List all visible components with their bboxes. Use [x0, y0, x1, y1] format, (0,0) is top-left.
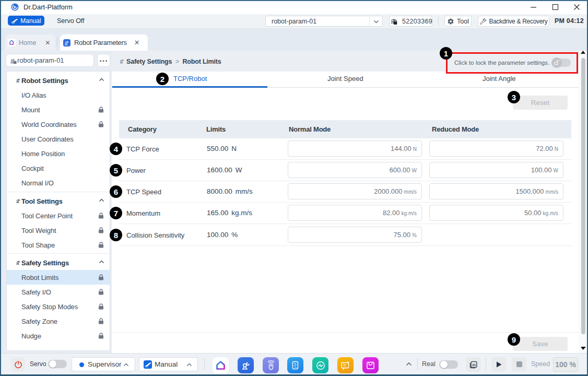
svg-text:3D: 3D [472, 363, 476, 366]
